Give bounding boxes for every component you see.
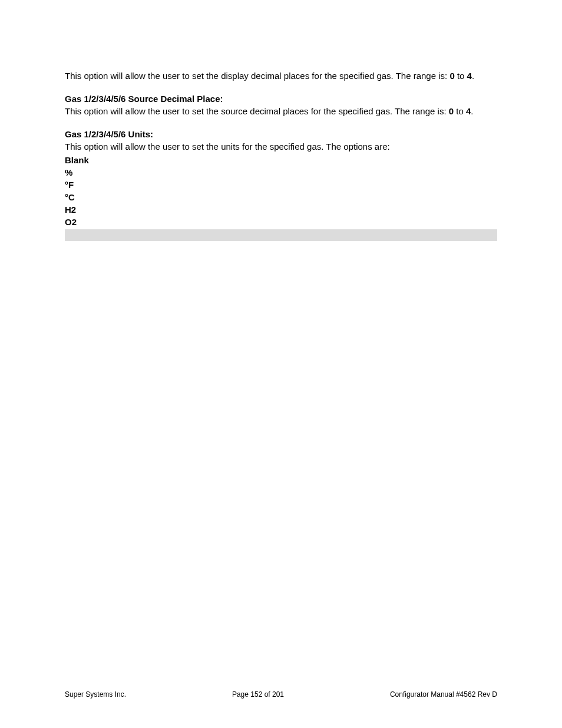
- page-content: This option will allow the user to set t…: [0, 0, 562, 241]
- source-decimal-heading: Gas 1/2/3/4/5/6 Source Decimal Place:: [65, 93, 497, 105]
- units-intro: This option will allow the user to set t…: [65, 140, 497, 153]
- grey-bar: [65, 229, 497, 241]
- period: .: [472, 71, 474, 81]
- unit-option-blank: Blank: [65, 154, 497, 166]
- range-to: to: [454, 106, 466, 116]
- display-decimal-paragraph: This option will allow the user to set t…: [65, 70, 497, 82]
- range-min-value: 0: [449, 71, 454, 81]
- units-heading: Gas 1/2/3/4/5/6 Units:: [65, 128, 497, 140]
- range-max-value: 4: [467, 71, 472, 81]
- range-min-value: 0: [449, 106, 454, 116]
- footer-manual-ref: Configurator Manual #4562 Rev D: [390, 690, 497, 699]
- page-footer: Super Systems Inc. Page 152 of 201 Confi…: [65, 690, 497, 699]
- unit-option-h2: H2: [65, 203, 497, 216]
- footer-page-number: Page 152 of 201: [232, 690, 284, 699]
- source-decimal-text: This option will allow the user to set t…: [65, 106, 449, 116]
- footer-company: Super Systems Inc.: [65, 690, 126, 699]
- unit-option-percent: %: [65, 166, 497, 179]
- display-decimal-text: This option will allow the user to set t…: [65, 71, 449, 81]
- units-list: Blank % °F °C H2 O2: [65, 154, 497, 228]
- period: .: [471, 106, 473, 116]
- source-decimal-paragraph: This option will allow the user to set t…: [65, 105, 497, 117]
- unit-option-o2: O2: [65, 216, 497, 228]
- range-to: to: [455, 71, 467, 81]
- unit-option-celsius: °C: [65, 191, 497, 203]
- unit-option-fahrenheit: °F: [65, 179, 497, 191]
